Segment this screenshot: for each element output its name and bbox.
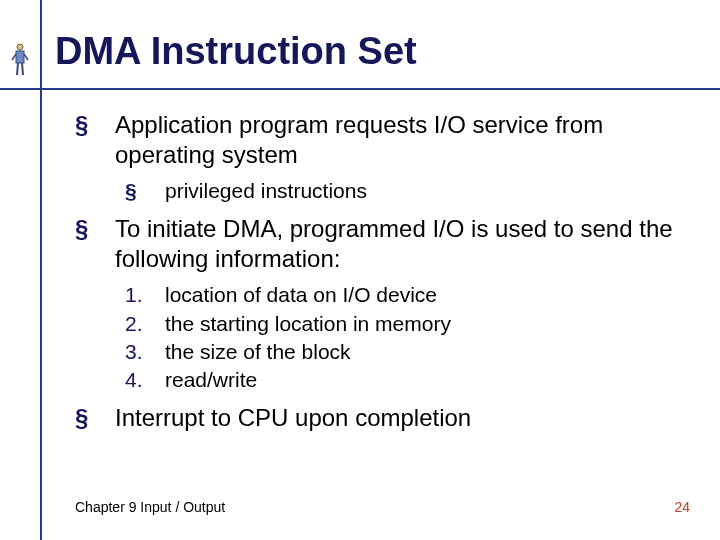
svg-rect-1 bbox=[16, 51, 24, 63]
numbered-text: location of data on I/O device bbox=[165, 283, 437, 306]
svg-point-0 bbox=[17, 44, 23, 50]
numbered-text: read/write bbox=[165, 368, 257, 391]
footer-chapter: Chapter 9 Input / Output bbox=[75, 499, 225, 515]
vertical-divider bbox=[40, 0, 42, 540]
svg-line-3 bbox=[24, 54, 28, 60]
numbered-text: the size of the block bbox=[165, 340, 351, 363]
numbered-item: 2. the starting location in memory bbox=[75, 311, 680, 337]
number-label: 2. bbox=[125, 311, 143, 337]
svg-line-4 bbox=[17, 63, 18, 75]
number-label: 1. bbox=[125, 282, 143, 308]
numbered-item: 1. location of data on I/O device bbox=[75, 282, 680, 308]
bullet-level1: Interrupt to CPU upon completion bbox=[75, 403, 680, 433]
content-area: Application program requests I/O service… bbox=[75, 110, 680, 441]
number-label: 4. bbox=[125, 367, 143, 393]
bullet-text: privileged instructions bbox=[165, 179, 367, 202]
bullet-text: Application program requests I/O service… bbox=[115, 111, 603, 168]
bullet-text: To initiate DMA, programmed I/O is used … bbox=[115, 215, 673, 272]
page-title: DMA Instruction Set bbox=[55, 30, 417, 73]
svg-line-2 bbox=[12, 54, 16, 60]
bullet-level1: To initiate DMA, programmed I/O is used … bbox=[75, 214, 680, 274]
bullet-level1: Application program requests I/O service… bbox=[75, 110, 680, 170]
numbered-item: 4. read/write bbox=[75, 367, 680, 393]
footer-page-number: 24 bbox=[674, 499, 690, 515]
number-label: 3. bbox=[125, 339, 143, 365]
bullet-text: Interrupt to CPU upon completion bbox=[115, 404, 471, 431]
numbered-item: 3. the size of the block bbox=[75, 339, 680, 365]
bullet-level2: privileged instructions bbox=[75, 178, 680, 204]
svg-line-5 bbox=[22, 63, 23, 75]
decorative-figure-icon bbox=[10, 42, 30, 78]
title-underline bbox=[0, 88, 720, 90]
numbered-text: the starting location in memory bbox=[165, 312, 451, 335]
